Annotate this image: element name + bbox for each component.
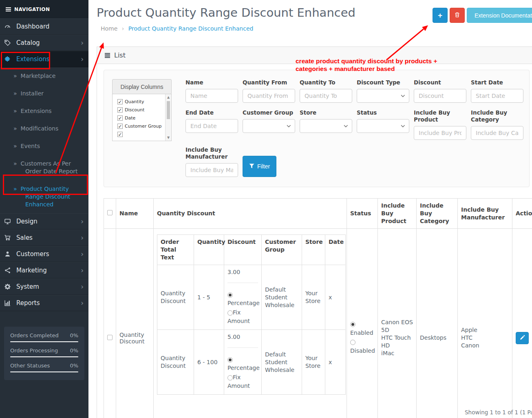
column-option-quantity[interactable]: ✓Quantity <box>117 99 163 104</box>
date-value: x <box>325 265 346 330</box>
chevron-right-icon: › <box>81 268 84 272</box>
quantity-to-input[interactable] <box>300 89 352 103</box>
filter-include-buy-manufacturer: Include Buy Manufacturer <box>185 146 238 177</box>
pagination-text: Showing 1 to 1 of 1 (1 Pages) <box>465 409 532 416</box>
checkbox-checked-icon[interactable]: ✓ <box>117 115 123 121</box>
include-buy-products: Canon EOS 5D HTC Touch HD iMac <box>378 229 417 418</box>
delete-button[interactable] <box>450 8 465 23</box>
checkbox-checked-icon[interactable]: ✓ <box>117 99 123 104</box>
submenu-bullet-icon: » <box>13 108 17 114</box>
quantity-from-input[interactable] <box>243 89 295 103</box>
col-action: Action <box>512 199 532 229</box>
quantity-range: 6 - 100 <box>194 330 224 395</box>
name-input[interactable] <box>185 89 238 103</box>
radio-selected-icon[interactable] <box>227 292 233 298</box>
hamburger-icon[interactable] <box>6 7 11 12</box>
start-date-input[interactable] <box>471 89 523 103</box>
filter-start-date: Start Date <box>471 79 523 103</box>
quantity-range: 1 - 5 <box>194 265 224 330</box>
funnel-icon <box>249 163 254 170</box>
discount-type-select[interactable] <box>357 89 409 103</box>
column-option-partial[interactable]: ✓ <box>117 132 163 137</box>
extensions-submenu: »Marketplace »Installer »Extensions »Mod… <box>0 67 88 213</box>
scrollbar-thumb[interactable] <box>167 101 170 119</box>
sidebar-item-installer[interactable]: »Installer <box>0 85 88 102</box>
row-checkbox[interactable] <box>107 335 113 340</box>
percentage-radio-option[interactable]: Percentage <box>227 355 258 372</box>
sidebar-item-product-quantity-range-discount[interactable]: »Product Quantity Range Discount Enhance… <box>0 180 88 213</box>
customer-group-select[interactable] <box>243 119 295 133</box>
col-include-buy-manufacturer: Include Buy Manufacturer <box>458 199 512 229</box>
filter-quantity-to: Quantity To <box>300 79 352 103</box>
pencil-icon <box>520 335 525 341</box>
sidebar-item-sales[interactable]: Sales › <box>0 230 88 246</box>
discount-input[interactable] <box>414 89 466 103</box>
checkbox-checked-icon[interactable]: ✓ <box>117 124 123 129</box>
discount-row: Quantity Discount 1 - 5 3.00 Percentage … <box>157 265 346 330</box>
trash-icon <box>454 12 460 19</box>
sidebar-item-events[interactable]: »Events <box>0 137 88 155</box>
column-option-customer-group[interactable]: ✓Customer Group <box>117 124 163 129</box>
divider <box>227 283 258 283</box>
edit-button[interactable] <box>516 332 529 344</box>
sidebar-item-extensions[interactable]: Extensions › <box>0 51 88 67</box>
scroll-up-icon[interactable]: ▲ <box>166 95 171 99</box>
sidebar-item-reports[interactable]: Reports › <box>0 295 88 311</box>
include-buy-category-input[interactable] <box>471 126 523 140</box>
radio-selected-icon[interactable] <box>350 322 355 327</box>
radio-icon[interactable] <box>227 310 233 316</box>
include-buy-manufacturer-input[interactable] <box>185 163 238 177</box>
sidebar-item-extensions-sub[interactable]: »Extensions <box>0 102 88 120</box>
breadcrumb-home[interactable]: Home <box>101 25 117 32</box>
column-option-date[interactable]: ✓Date <box>117 115 163 121</box>
percentage-radio-option[interactable]: Percentage <box>227 290 258 307</box>
col-customer-group: Customer Group <box>262 235 302 265</box>
customer-groups: Default Student Wholesale <box>262 330 302 395</box>
sidebar-item-customers-per-order-date-report[interactable]: »Customers As Per Order Date Report <box>0 155 88 180</box>
add-button[interactable]: + <box>433 8 448 23</box>
chevron-down-icon <box>401 95 405 97</box>
status-disabled-option[interactable]: Disabled <box>350 338 374 355</box>
table-row: Quantity Discount Order Total Text Quant… <box>104 229 532 418</box>
col-discount: Discount <box>224 235 262 265</box>
status-enabled-option[interactable]: Enabled <box>350 320 374 337</box>
sidebar-item-marketplace[interactable]: »Marketplace <box>0 67 88 85</box>
list-panel: List Display Columns ✓Quantity ✓Discount… <box>97 46 532 418</box>
checkbox-checked-icon[interactable]: ✓ <box>117 132 123 137</box>
filter-button[interactable]: Filter <box>243 156 276 177</box>
monitor-icon <box>4 218 12 225</box>
sidebar-item-customers[interactable]: Customers › <box>0 246 88 262</box>
stat-orders-completed: Orders Completed0% <box>10 332 78 338</box>
panel-body: Display Columns ✓Quantity ✓Discount ✓Dat… <box>97 64 532 418</box>
select-all-checkbox[interactable] <box>107 210 113 215</box>
sidebar-item-modifications[interactable]: »Modifications <box>0 120 88 137</box>
store-select[interactable] <box>300 119 352 133</box>
display-columns-button[interactable]: Display Columns <box>112 79 172 94</box>
column-option-discount[interactable]: ✓Discount <box>117 107 163 113</box>
panel-heading: List <box>97 47 532 64</box>
radio-icon[interactable] <box>350 340 355 345</box>
scrollbar[interactable]: ▲ ▼ <box>165 94 171 141</box>
checkbox-checked-icon[interactable]: ✓ <box>117 107 123 113</box>
select-all-header <box>104 199 116 229</box>
submenu-bullet-icon: » <box>13 125 17 132</box>
breadcrumb-current[interactable]: Product Quantity Range Discount Enhanced <box>128 25 254 32</box>
fix-amount-radio-option[interactable]: Fix Amount <box>227 373 258 390</box>
fix-amount-radio-option[interactable]: Fix Amount <box>227 308 258 325</box>
sidebar-item-system[interactable]: System › <box>0 279 88 295</box>
scroll-down-icon[interactable]: ▼ <box>166 136 171 139</box>
sidebar-item-dashboard[interactable]: Dashboard <box>0 18 88 35</box>
radio-icon[interactable] <box>227 375 233 380</box>
submenu-bullet-icon: » <box>13 143 17 149</box>
include-buy-product-input[interactable] <box>414 126 466 140</box>
order-total-text: Quantity Discount <box>157 265 194 330</box>
bar-chart-icon <box>4 300 12 307</box>
col-include-buy-product: Include Buy Product <box>378 199 417 229</box>
extension-documentation-button[interactable]: Extension Documentation <box>467 8 532 23</box>
sidebar-item-design[interactable]: Design › <box>0 213 88 230</box>
radio-selected-icon[interactable] <box>227 357 233 363</box>
sidebar-item-catalog[interactable]: Catalog › <box>0 35 88 51</box>
status-select[interactable] <box>357 119 409 133</box>
sidebar-item-marketing[interactable]: Marketing › <box>0 262 88 279</box>
end-date-input[interactable] <box>185 119 238 133</box>
